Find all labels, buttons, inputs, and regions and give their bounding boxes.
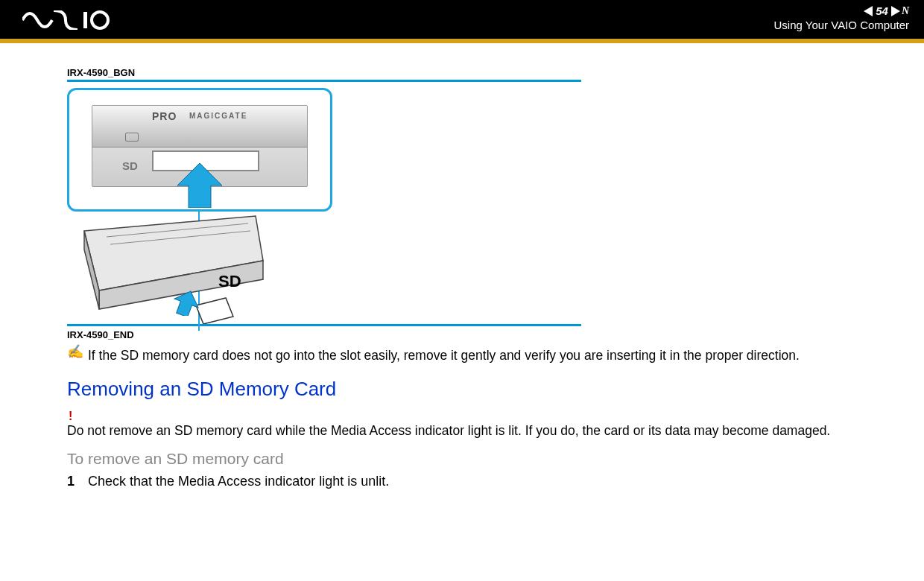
figure-begin-marker: IRX-4590_BGN bbox=[67, 67, 909, 78]
page-number: 54 bbox=[876, 4, 888, 17]
header-right-block: 54 N Using Your VAIO Computer bbox=[774, 4, 909, 31]
svg-rect-0 bbox=[83, 12, 87, 28]
warning-text: Do not remove an SD memory card while th… bbox=[67, 423, 909, 439]
laptop-sd-label: SD bbox=[218, 272, 241, 291]
page-navigation: 54 N bbox=[774, 4, 909, 17]
laptop-illustration: SD bbox=[69, 209, 270, 324]
figure-top-rule bbox=[67, 80, 581, 82]
vaio-logo-icon bbox=[22, 10, 112, 30]
insert-arrow-small-icon bbox=[174, 290, 199, 316]
note-block: ✍ If the SD memory card does not go into… bbox=[67, 348, 909, 364]
laptop-line-art-icon bbox=[69, 209, 270, 324]
prev-page-icon[interactable] bbox=[864, 6, 873, 16]
page-header: 54 N Using Your VAIO Computer bbox=[0, 0, 924, 39]
svg-marker-8 bbox=[196, 298, 233, 324]
warning-icon: ! bbox=[69, 410, 909, 423]
step-number: 1 bbox=[67, 474, 75, 489]
svg-marker-2 bbox=[177, 163, 222, 208]
page-content: IRX-4590_BGN PRO MAGICGATE SD bbox=[67, 67, 909, 489]
insert-arrow-icon bbox=[177, 163, 222, 208]
warning-block: ! Do not remove an SD memory card while … bbox=[67, 410, 909, 439]
memorystick-icon bbox=[125, 133, 139, 142]
heading-removing-sd: Removing an SD Memory Card bbox=[67, 378, 909, 401]
step-text: Check that the Media Access indicator li… bbox=[88, 474, 389, 489]
nav-letter: N bbox=[902, 5, 909, 17]
figure-bottom-rule bbox=[67, 324, 581, 326]
sd-slot-label: SD bbox=[122, 159, 138, 172]
note-icon: ✍ bbox=[67, 345, 83, 358]
subheading-to-remove: To remove an SD memory card bbox=[67, 450, 909, 468]
header-divider bbox=[0, 39, 924, 43]
pro-label: PRO bbox=[152, 110, 177, 122]
figure-end-marker: IRX-4590_END bbox=[67, 329, 909, 340]
magicgate-label: MAGICGATE bbox=[189, 112, 247, 120]
step-row: 1 Check that the Media Access indicator … bbox=[67, 474, 909, 489]
svg-marker-9 bbox=[174, 290, 199, 316]
note-text: If the SD memory card does not go into t… bbox=[88, 348, 800, 364]
figure-container: PRO MAGICGATE SD bbox=[67, 88, 909, 324]
section-title: Using Your VAIO Computer bbox=[774, 19, 909, 31]
svg-point-1 bbox=[92, 12, 108, 28]
slot-closeup-callout: PRO MAGICGATE SD bbox=[67, 88, 332, 212]
document-page: 54 N Using Your VAIO Computer IRX-4590_B… bbox=[0, 0, 924, 581]
next-page-icon[interactable] bbox=[891, 6, 900, 16]
